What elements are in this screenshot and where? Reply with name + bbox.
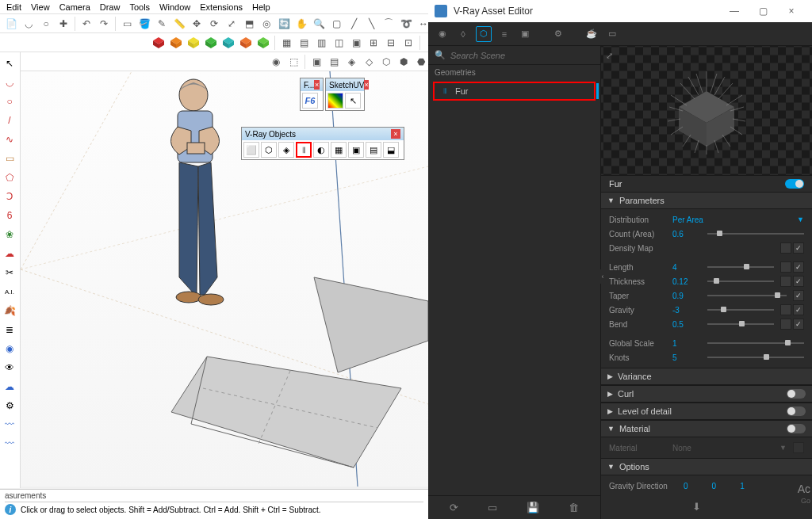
fredo-tool-icon[interactable]: F6 <box>302 93 318 109</box>
tool-grid5-icon[interactable]: ▣ <box>348 35 364 51</box>
sketchuv-cursor-icon[interactable]: ↖ <box>345 93 361 109</box>
prop-gravity-direction[interactable]: Gravity Direction 0 0 1 <box>601 479 812 493</box>
vray-titlebar[interactable]: V-Ray Asset Editor — ▢ × <box>428 0 812 22</box>
vray-save-icon[interactable]: 💾 <box>527 502 539 513</box>
tool-line-icon[interactable]: ╱ <box>346 16 362 32</box>
prop-bend[interactable]: Bend 0.5 ✓ <box>601 317 812 331</box>
menu-window[interactable]: Window <box>159 2 190 12</box>
length-slider[interactable] <box>707 266 774 268</box>
globalscale-slider[interactable] <box>707 342 804 344</box>
vray-camera-icon[interactable]: ▣ <box>517 26 533 42</box>
tool-move-icon[interactable]: ✥ <box>189 16 205 32</box>
prop-taper[interactable]: Taper 0.9 ✓ <box>601 288 812 303</box>
vray-render-icon[interactable]: ≡ <box>496 26 512 42</box>
tool-rotate-icon[interactable]: ⟳ <box>206 16 222 32</box>
vray-render5-icon[interactable]: ⬡ <box>378 54 394 70</box>
tool-box-icon[interactable]: ▢ <box>328 16 344 32</box>
tool-redo-icon[interactable]: ↷ <box>96 16 112 32</box>
close-icon[interactable]: × <box>391 129 400 139</box>
vtool-globe-icon[interactable]: ◉ <box>2 341 17 357</box>
curl-toggle[interactable] <box>787 389 806 399</box>
vtool-poly-icon[interactable]: ⬠ <box>2 170 17 185</box>
vtool-eye-icon[interactable]: 👁 <box>2 360 17 376</box>
section-variance[interactable]: ▶ Variance <box>601 368 812 385</box>
vray-obj-fur-icon[interactable]: ⫴ <box>296 142 312 158</box>
cube-teal-icon[interactable] <box>220 35 236 51</box>
tool-circle-icon[interactable]: ○ <box>38 16 54 32</box>
tool-push-icon[interactable]: ⬒ <box>241 16 257 32</box>
vtool-arc-icon[interactable]: ◡ <box>2 74 17 90</box>
vray-render4-icon[interactable]: ◇ <box>361 54 377 70</box>
sketchuv-gradient-icon[interactable] <box>327 93 343 109</box>
prop-count[interactable]: Count (Area) 0.6 <box>601 227 812 241</box>
vtool-select-icon[interactable]: ↖ <box>2 55 17 71</box>
tool-scale-icon[interactable]: ⤢ <box>224 16 239 32</box>
map-slot-icon[interactable] <box>780 261 791 273</box>
section-lod[interactable]: ▶ Level of detail <box>601 403 812 420</box>
map-slot-icon[interactable] <box>780 319 791 330</box>
tool-orbit-icon[interactable]: 🔄 <box>276 16 292 32</box>
vray-obj-proxy-icon[interactable]: ▦ <box>331 142 347 158</box>
fur-enable-toggle[interactable] <box>785 179 804 189</box>
tool-grid1-icon[interactable]: ▦ <box>278 35 294 51</box>
map-slot-icon[interactable] <box>793 442 804 453</box>
vtool-curve-icon[interactable]: Ɔ <box>2 189 17 204</box>
vtool-rect-icon[interactable]: ▭ <box>2 151 17 166</box>
tool-grid8-icon[interactable]: ⊡ <box>400 35 416 51</box>
prop-length[interactable]: Length 4 ✓ <box>601 260 812 274</box>
vray-framebuf-icon[interactable]: ▭ <box>604 26 620 42</box>
cube-red-icon[interactable] <box>151 35 167 51</box>
vtool-waves1-icon[interactable]: 〰 <box>2 417 17 433</box>
map-slot-icon[interactable] <box>780 276 791 287</box>
vray-tool2-icon[interactable]: ⬚ <box>285 54 301 70</box>
vtool-tag-icon[interactable]: ✂ <box>2 265 17 280</box>
vray-obj-scene-icon[interactable]: ▣ <box>348 142 364 158</box>
tool-line2-icon[interactable]: ╲ <box>363 16 379 32</box>
window-maximize-icon[interactable]: ▢ <box>749 2 777 21</box>
tool-grid2-icon[interactable]: ▤ <box>296 35 312 51</box>
tool-select-icon[interactable]: ▭ <box>119 16 135 32</box>
tool-zoom-icon[interactable]: 🔍 <box>311 16 327 32</box>
chevron-down-icon[interactable]: ▼ <box>779 444 787 452</box>
vtool-cloud2-icon[interactable]: ☁ <box>2 379 17 395</box>
vtool-circle-icon[interactable]: ○ <box>2 93 17 109</box>
prop-thickness[interactable]: Thickness 0.12 ✓ <box>601 274 812 288</box>
tool-tape-icon[interactable]: 📏 <box>171 16 187 32</box>
tool-pencil-icon[interactable]: ✎ <box>154 16 170 32</box>
preview-expand-icon[interactable]: ⤢ <box>606 51 613 61</box>
vray-preview-box[interactable]: ⤢ <box>601 46 812 176</box>
tool-new-icon[interactable]: 📄 <box>3 16 19 32</box>
map-check-icon[interactable]: ✓ <box>793 261 804 273</box>
vtool-gear-icon[interactable]: ⚙ <box>2 398 17 414</box>
taper-slider[interactable] <box>707 295 787 296</box>
vray-delete-icon[interactable]: 🗑 <box>569 502 579 513</box>
vray-geometry-icon[interactable]: ⬡ <box>476 26 492 42</box>
vtool-leaf-icon[interactable]: 🍂 <box>2 303 17 319</box>
knots-slider[interactable] <box>707 357 804 358</box>
vray-lights-icon[interactable]: ◊ <box>455 26 471 42</box>
menu-edit[interactable]: Edit <box>6 2 21 12</box>
sketchuv-panel[interactable]: SketchUV × ↖ <box>325 78 365 111</box>
vray-render6-icon[interactable]: ⬢ <box>396 54 412 70</box>
menu-help[interactable]: Help <box>252 2 270 12</box>
map-check-icon[interactable]: ✓ <box>793 319 804 330</box>
vtool-waves2-icon[interactable]: 〰 <box>2 436 17 452</box>
menu-view[interactable]: View <box>31 2 50 12</box>
vtool-cloud-icon[interactable]: ☁ <box>2 246 17 261</box>
vtool-zigzag-icon[interactable]: ∿ <box>2 132 17 147</box>
section-curl[interactable]: ▶ Curl <box>601 385 812 403</box>
section-material[interactable]: ▼ Material <box>601 420 812 437</box>
tool-grid7-icon[interactable]: ⊟ <box>383 35 399 51</box>
prop-knots[interactable]: Knots 5 <box>601 350 812 364</box>
vray-search-input[interactable] <box>450 51 594 60</box>
map-check-icon[interactable]: ✓ <box>793 242 804 254</box>
tool-grid4-icon[interactable]: ◫ <box>331 35 347 51</box>
prop-globalscale[interactable]: Global Scale 1 <box>601 336 812 350</box>
prop-distribution[interactable]: Distribution Per Area ▼ <box>601 212 812 227</box>
vtool-spiral-icon[interactable]: 6 <box>2 208 17 223</box>
vray-obj-clipper-icon[interactable]: ◐ <box>313 142 329 158</box>
cube-orange2-icon[interactable] <box>238 35 254 51</box>
prop-density[interactable]: Density Map ✓ <box>601 241 812 255</box>
fredo-panel-title[interactable]: F... × <box>301 78 323 91</box>
vray-tree-item-fur[interactable]: ⫴ Fur <box>433 82 596 101</box>
